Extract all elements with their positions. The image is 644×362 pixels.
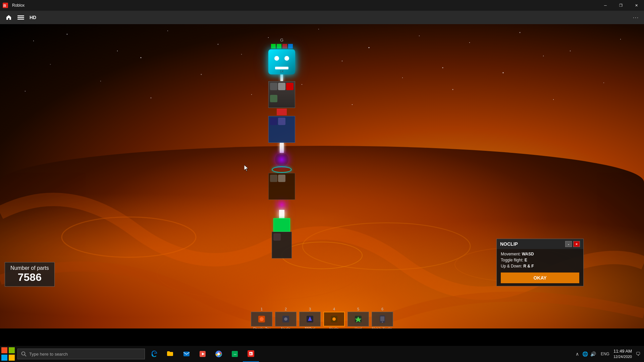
start-button[interactable]	[0, 346, 16, 362]
part-5	[270, 118, 277, 125]
noclip-close-btn[interactable]: ×	[573, 241, 580, 247]
parts-count-value: 7586	[10, 271, 49, 284]
part-8	[278, 175, 285, 182]
parts-count-panel: Number of parts 7586	[5, 262, 55, 287]
volume-icon[interactable]: 🔊	[590, 351, 597, 357]
part-7	[270, 175, 277, 182]
settings-button[interactable]: ⋯	[630, 12, 641, 22]
updown-key: R & F	[523, 264, 534, 268]
tool-num-1: 1	[261, 307, 263, 311]
part-2	[278, 83, 285, 90]
taskbar-chrome[interactable]	[211, 346, 227, 362]
tool-icon-4[interactable]	[323, 312, 345, 326]
taskbar-media[interactable]	[195, 346, 211, 362]
svg-text:R: R	[3, 4, 6, 8]
taskbar-unknown[interactable]: ↔	[227, 346, 243, 362]
movement-key: WASD	[522, 252, 534, 256]
svg-point-51	[382, 321, 383, 322]
svg-point-15	[520, 32, 521, 33]
tool-icon-3[interactable]	[299, 312, 321, 326]
minimize-button[interactable]: ─	[598, 0, 613, 11]
taskbar-mail[interactable]	[178, 346, 195, 362]
updown-label: Up & Down:	[501, 264, 523, 268]
tool-icon-2[interactable]	[275, 312, 297, 326]
search-placeholder: Type here to search	[29, 352, 68, 357]
clock[interactable]: 11:49 AM 12/24/2020	[613, 348, 632, 360]
tool-slot-4: 4 Noclip	[322, 307, 346, 329]
right-eye	[284, 56, 289, 61]
tool-icon-5[interactable]	[347, 312, 369, 326]
tool-slot-3: 3 TPTool	[298, 307, 322, 329]
svg-line-57	[25, 355, 26, 357]
svg-rect-3	[17, 17, 24, 18]
noclip-header: NOCLIP - ×	[497, 239, 583, 249]
tool-num-3: 3	[309, 307, 311, 311]
character-tower: G 1X	[265, 38, 299, 258]
taskbar-file-explorer[interactable]	[162, 346, 178, 362]
svg-point-19	[141, 57, 142, 58]
window-title: Roblox	[12, 3, 24, 8]
part-3	[286, 83, 293, 90]
svg-point-27	[402, 77, 403, 78]
tool-icon-6[interactable]	[372, 312, 393, 326]
parts-stack-1	[268, 81, 295, 108]
restore-button[interactable]: ❐	[613, 0, 629, 11]
svg-point-5	[33, 41, 34, 41]
player-label: G	[280, 38, 283, 43]
notification-icon[interactable]: 🗨	[635, 351, 641, 357]
svg-point-42	[260, 317, 264, 321]
network-icon[interactable]: 🌐	[582, 351, 589, 357]
okay-button[interactable]: OKAY	[501, 273, 579, 283]
svg-rect-2	[17, 15, 24, 16]
search-icon	[21, 351, 26, 357]
svg-point-6	[67, 34, 68, 35]
lava-surface	[0, 146, 644, 328]
glow-white	[280, 143, 284, 153]
lava-swirls	[0, 146, 644, 328]
tool-slot-2: 2 Noclip	[274, 307, 298, 329]
character-head: 1X	[268, 49, 295, 74]
home-icon[interactable]	[3, 13, 15, 22]
tool-slot-1: 1 Cheeky Toy	[250, 307, 274, 329]
search-bar[interactable]: Type here to search	[17, 349, 145, 359]
noclip-title: NOCLIP	[500, 241, 565, 247]
menu-icon[interactable]	[15, 13, 27, 22]
movement-label: Movement:	[501, 252, 522, 256]
tool-slot-6: 6 Mobile Noclip.	[370, 307, 394, 329]
tool-label-2: Noclip	[281, 327, 290, 329]
hd-button[interactable]: HD	[27, 13, 39, 21]
taskbar-roblox[interactable]: R	[243, 346, 259, 362]
up-arrow-icon[interactable]: ∧	[574, 351, 581, 357]
svg-point-26	[302, 84, 302, 85]
svg-rect-52	[1, 347, 7, 353]
svg-point-17	[620, 39, 621, 40]
tool-label-1: Cheeky Toy	[253, 327, 270, 329]
svg-point-16	[570, 51, 571, 51]
svg-point-33	[352, 104, 353, 105]
titlebar: R Roblox ─ ❐ ✕	[0, 0, 644, 11]
svg-text:R: R	[250, 352, 252, 356]
flight-row: Toggle flight: E	[501, 258, 579, 262]
tool-label-3: TPTool	[305, 327, 315, 329]
tool-icon-1[interactable]	[251, 312, 272, 326]
noclip-minimize-btn[interactable]: -	[565, 241, 572, 247]
svg-point-35	[553, 99, 554, 100]
part-4	[270, 95, 277, 102]
bottom-glow	[279, 210, 284, 218]
taskbar-edge[interactable]	[146, 346, 162, 362]
star-field	[0, 24, 644, 161]
language-indicator[interactable]: ENG	[599, 352, 611, 356]
svg-point-22	[442, 67, 443, 68]
flight-key: E	[525, 258, 527, 262]
parts-stack-3	[268, 173, 295, 200]
game-viewport[interactable]: G 1X	[0, 24, 644, 328]
svg-point-31	[151, 98, 152, 99]
svg-point-24	[100, 81, 101, 81]
svg-point-23	[543, 56, 544, 56]
noclip-window-controls: - ×	[565, 241, 580, 247]
parts-stack-2	[268, 116, 295, 143]
close-button[interactable]: ✕	[629, 0, 644, 11]
tool-num-5: 5	[357, 307, 359, 311]
svg-point-29	[603, 82, 604, 83]
svg-point-47	[332, 317, 336, 321]
